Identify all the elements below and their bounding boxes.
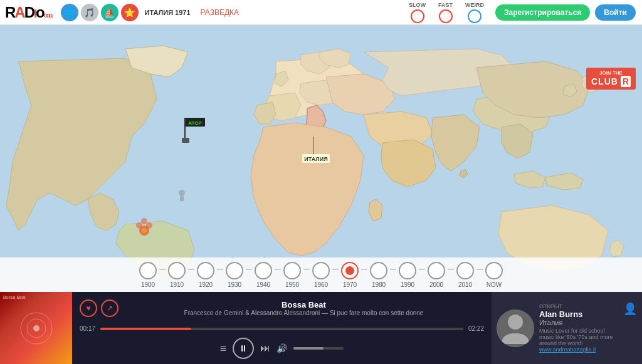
user-profile-button[interactable]: 👤 (623, 302, 637, 316)
pause-button[interactable]: ⏸ (233, 338, 254, 359)
timeline-connector (303, 269, 310, 270)
player-social: ♥ ↗ (80, 297, 118, 320)
map-container: ИТАЛИЯ ATOP 500 km (0, 25, 642, 292)
volume-icon: 🔊 (276, 343, 287, 353)
time-end: 02:22 (468, 325, 484, 332)
nav-icon-music[interactable]: 🎵 (81, 4, 98, 21)
svg-rect-34 (180, 196, 184, 201)
timeline-1910[interactable]: 1910 (166, 262, 188, 288)
logo-radio[interactable]: RADIoooo.. (5, 4, 52, 21)
timeline-connector (246, 269, 252, 270)
album-art-decoration (18, 309, 55, 347)
timeline-connector (159, 269, 166, 270)
club-r-logo: R (621, 76, 631, 87)
song-artist: Francesco de Gemini & Alessandro Alessan… (124, 309, 484, 316)
svg-point-30 (141, 218, 147, 224)
album-art: Bossa Beat (0, 292, 72, 364)
world-map-svg: ИТАЛИЯ ATOP 500 km (0, 25, 642, 292)
song-title: Bossa Beat (124, 300, 484, 309)
register-button[interactable]: Зарегистрироваться (495, 4, 590, 21)
avatar-image (497, 309, 534, 347)
timeline-1980[interactable]: 1980 (367, 262, 390, 288)
player-bottom: ≡ ⏸ ⏭ 🔊 (80, 338, 484, 359)
heart-button[interactable]: ♥ (80, 299, 97, 317)
timeline-1960[interactable]: 1960 (310, 262, 332, 288)
share-button[interactable]: ↗ (101, 299, 118, 317)
next-button[interactable]: ⏭ (260, 343, 270, 354)
timeline-connector (332, 269, 339, 270)
nav-icon-star[interactable]: ⭐ (121, 4, 139, 21)
join-club-banner[interactable]: JOIN THE CLUB R (586, 68, 636, 90)
song-info: Bossa Beat Francesco de Gemini & Alessan… (124, 300, 484, 316)
nav-label[interactable]: РАЗВЕДКА (201, 8, 239, 17)
speed-weird[interactable]: WEIRD (459, 1, 490, 24)
svg-point-46 (508, 315, 523, 330)
header: RADIoooo.. 🌐 🎵 ⛵ ⭐ ИТАЛИЯ 1971 РАЗВЕДКА … (0, 0, 642, 25)
club-text: CLUB (591, 76, 618, 86)
timeline-2000[interactable]: 2000 (425, 262, 448, 288)
logo-area: RADIoooo.. (0, 4, 57, 21)
timeline-1940[interactable]: 1940 (252, 262, 275, 288)
progress-area: 00:17 02:22 (80, 325, 484, 333)
timeline: 1900 1910 1920 1930 1940 1950 1960 1970 … (0, 257, 642, 292)
svg-text:ИТАЛИЯ: ИТАЛИЯ (304, 156, 327, 162)
timeline-connector (361, 269, 367, 270)
speed-buttons: SLOW FAST WEIRD (403, 1, 490, 24)
player-top: ♥ ↗ Bossa Beat Francesco de Gemini & Ale… (80, 297, 484, 320)
user-avatar (497, 309, 534, 347)
time-start: 00:17 (80, 325, 95, 332)
svg-point-33 (179, 190, 185, 196)
timeline-connector (448, 269, 454, 270)
timeline-1920[interactable]: 1920 (194, 262, 217, 288)
timeline-connector (476, 269, 483, 270)
timeline-1970[interactable]: 1970 (339, 262, 361, 288)
album-art-text: Bossa Beat (3, 295, 26, 299)
playlist-button[interactable]: ≡ (220, 342, 227, 355)
progress-bar[interactable] (100, 328, 463, 330)
svg-point-44 (33, 325, 39, 331)
speed-fast[interactable]: FAST (432, 1, 459, 24)
progress-fill (100, 328, 191, 330)
nav-icon-umbrella[interactable]: ⛵ (101, 4, 118, 21)
timeline-connector (390, 269, 396, 270)
now-playing-info: ОТКРЫТ Alan Burns Италия Music Lover for… (539, 303, 618, 353)
svg-point-28 (136, 222, 142, 229)
now-playing-panel: ОТКРЫТ Alan Burns Италия Music Lover for… (492, 292, 642, 364)
player-bar: Bossa Beat ♥ ↗ Bossa Beat Francesco de G… (0, 292, 642, 364)
player-controls: ♥ ↗ Bossa Beat Francesco de Gemini & Ale… (72, 292, 492, 364)
auth-buttons: Зарегистрироваться Войти (495, 4, 636, 21)
timeline-now[interactable]: NOW (483, 262, 505, 288)
nav-icons: 🌐 🎵 ⛵ ⭐ (57, 4, 142, 21)
now-playing-name: Alan Burns (539, 309, 618, 319)
map-area[interactable]: ИТАЛИЯ ATOP 500 km (0, 25, 642, 292)
join-text: JOIN THE (599, 70, 623, 76)
speed-slow[interactable]: SLOW (403, 1, 432, 24)
timeline-1990[interactable]: 1990 (396, 262, 419, 288)
album-art-image: Bossa Beat (0, 292, 72, 364)
now-playing-country: Италия (539, 319, 618, 326)
login-button[interactable]: Войти (595, 4, 636, 21)
svg-rect-26 (182, 138, 189, 143)
timeline-1930[interactable]: 1930 (223, 262, 246, 288)
volume-bar[interactable] (293, 347, 344, 350)
location-label: ИТАЛИЯ 1971 (145, 9, 191, 16)
timeline-1900[interactable]: 1900 (137, 262, 159, 288)
timeline-connector (419, 269, 425, 270)
timeline-connector (275, 269, 281, 270)
svg-point-31 (142, 228, 147, 233)
svg-point-29 (146, 222, 152, 229)
now-playing-link[interactable]: www.andreabattaglia.it (539, 346, 618, 353)
timeline-connector (217, 269, 223, 270)
now-playing-desc: Music Lover for old school music like '6… (539, 328, 618, 346)
svg-text:ATOP: ATOP (188, 120, 202, 126)
nav-icon-globe[interactable]: 🌐 (61, 4, 78, 21)
timeline-1950[interactable]: 1950 (281, 262, 303, 288)
timeline-connector (188, 269, 194, 270)
timeline-2010[interactable]: 2010 (454, 262, 476, 288)
now-playing-label: ОТКРЫТ (539, 303, 618, 309)
